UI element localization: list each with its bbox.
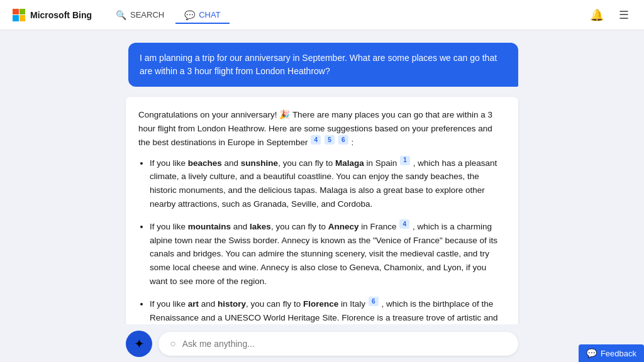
ref-4b[interactable]: 4 bbox=[399, 219, 409, 229]
list-item: If you like beaches and sunshine, you ca… bbox=[150, 156, 506, 211]
user-message: I am planning a trip for our anniversary… bbox=[128, 43, 518, 87]
keyword-mountains: mountains bbox=[188, 222, 231, 231]
header: Microsoft Bing 🔍 SEARCH 💬 CHAT 🔔 ☰ bbox=[0, 0, 644, 30]
nav: 🔍 SEARCH 💬 CHAT bbox=[107, 6, 587, 24]
bing-icon: ✦ bbox=[134, 336, 145, 351]
input-row: ✦ ○ bbox=[126, 331, 518, 357]
nav-chat-label: CHAT bbox=[199, 10, 220, 19]
bing-chat-button[interactable]: ✦ bbox=[126, 331, 152, 357]
logo-text: Microsoft Bing bbox=[30, 10, 92, 20]
nav-search-label: SEARCH bbox=[130, 10, 164, 19]
city-malaga: Malaga bbox=[335, 158, 364, 168]
header-actions: 🔔 ☰ bbox=[587, 6, 631, 25]
nav-search[interactable]: 🔍 SEARCH bbox=[107, 6, 173, 24]
list-item: If you like art and history, you can fly… bbox=[150, 297, 506, 324]
ai-text: If you like mountains and lakes, you can… bbox=[150, 222, 497, 285]
city-annecy: Annecy bbox=[328, 222, 359, 231]
keyword-history: history bbox=[218, 299, 246, 309]
nav-chat[interactable]: 💬 CHAT bbox=[175, 6, 229, 24]
feedback-label: Feedback bbox=[601, 349, 636, 358]
keyword-sunshine: sunshine bbox=[241, 158, 278, 168]
bell-icon: 🔔 bbox=[590, 8, 604, 22]
user-message-text: I am planning a trip for our anniversary… bbox=[140, 53, 497, 76]
ai-intro: Congratulations on your anniversary! 🎉 T… bbox=[138, 108, 506, 150]
ai-suggestions-list: If you like beaches and sunshine, you ca… bbox=[150, 156, 506, 324]
ref-6b[interactable]: 6 bbox=[369, 297, 379, 306]
ai-intro-colon: : bbox=[351, 138, 353, 147]
ref-4[interactable]: 4 bbox=[311, 135, 321, 145]
logo: Microsoft Bing bbox=[13, 9, 92, 21]
search-nav-icon: 🔍 bbox=[116, 10, 126, 20]
keyword-lakes: lakes bbox=[250, 222, 271, 231]
menu-button[interactable]: ☰ bbox=[616, 6, 631, 25]
ai-text: If you like art and history, you can fly… bbox=[150, 299, 502, 324]
chat-nav-icon: 💬 bbox=[184, 10, 195, 20]
ref-1[interactable]: 1 bbox=[400, 156, 410, 165]
ai-text: If you like beaches and sunshine, you ca… bbox=[150, 158, 497, 209]
feedback-button[interactable]: 💬 Feedback bbox=[579, 344, 644, 362]
chat-input[interactable] bbox=[182, 339, 507, 349]
menu-icon: ☰ bbox=[619, 8, 629, 22]
input-wrapper: ○ bbox=[158, 332, 518, 356]
input-search-icon: ○ bbox=[170, 338, 176, 349]
notification-button[interactable]: 🔔 bbox=[587, 6, 606, 25]
microsoft-logo bbox=[13, 9, 25, 21]
keyword-beaches: beaches bbox=[188, 158, 222, 168]
chat-container: I am planning a trip for our anniversary… bbox=[0, 30, 644, 324]
city-florence: Florence bbox=[303, 299, 338, 309]
list-item: If you like mountains and lakes, you can… bbox=[150, 219, 506, 288]
keyword-art: art bbox=[188, 299, 199, 309]
bottom-bar: ✦ ○ bbox=[0, 324, 644, 362]
ref-5[interactable]: 5 bbox=[325, 135, 335, 145]
ref-6[interactable]: 6 bbox=[338, 135, 348, 145]
ai-response: Congratulations on your anniversary! 🎉 T… bbox=[126, 97, 518, 324]
feedback-icon: 💬 bbox=[586, 348, 597, 358]
